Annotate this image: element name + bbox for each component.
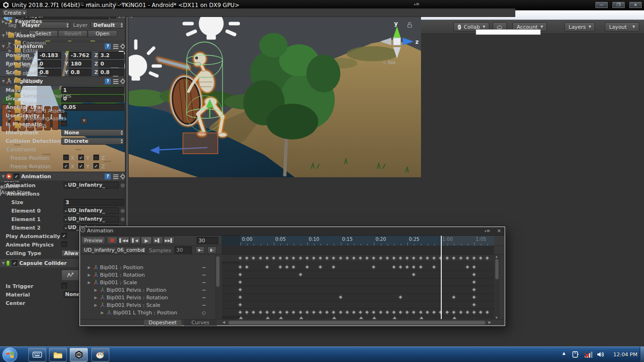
foldout-icon[interactable]: ▶ [94, 296, 97, 300]
keyframe-row-bip001-scale[interactable] [222, 279, 494, 286]
master-keyframe-row[interactable] [222, 255, 494, 262]
taskbar-keyboard-button[interactable] [28, 348, 46, 362]
remove-property-button[interactable]: − [202, 272, 206, 278]
project-item-toon-rts[interactable]: ▶Toon_RTS [8, 122, 47, 130]
anim-track-bip001-pelvis-position[interactable]: ▶ Bip001 Pelvis : Position − [80, 286, 214, 294]
foldout-icon[interactable]: ▶ [88, 280, 91, 285]
element-0-field[interactable]: ▸UD_infantry_ [64, 207, 119, 214]
rotation-x-field[interactable]: 0 [38, 60, 61, 67]
project-item-editor[interactable]: ▶Editor [8, 47, 38, 54]
preset-icon[interactable] [113, 43, 119, 49]
object-picker-icon[interactable]: ◎ [121, 182, 125, 188]
prev-key-button[interactable]: ▌◀ [130, 237, 140, 244]
project-item-plugins[interactable]: ▶Plugins [8, 77, 41, 84]
preset-icon[interactable] [113, 78, 119, 84]
taskbar-paint-button[interactable] [91, 348, 109, 362]
remove-property-button[interactable]: − [202, 264, 206, 271]
anim-track-bip001-pelvis-scale[interactable]: ▶ Bip001 Pelvis : Scale − [80, 301, 214, 309]
clip-dropdown[interactable]: UD_infantry_06_comba▲▼ [81, 247, 146, 254]
position-x-field[interactable]: -0.183 [38, 52, 61, 59]
foldout-icon[interactable]: ▶ [88, 273, 91, 277]
panel-menu-icon[interactable]: ▾≡ [120, 1, 125, 7]
freeze-pos-y-checkbox[interactable]: ✓ [78, 155, 84, 160]
tray-volume-icon[interactable] [597, 351, 605, 358]
rotation-y-field[interactable]: 180 [69, 60, 91, 67]
timeline-ruler[interactable]: 0:000:050:100:150:200:251:001:05 [222, 236, 494, 246]
play-automatically-checkbox[interactable]: ✓ [61, 233, 67, 239]
hscroll-right-arrow[interactable]: ▶ [488, 321, 491, 324]
freeze-rot-y-checkbox[interactable]: ✓ [78, 163, 84, 169]
hscroll-left-arrow[interactable]: ◀ [223, 321, 225, 324]
preview-button[interactable]: Preview [82, 237, 105, 244]
lock-icon[interactable]: ⚿ [114, 2, 117, 7]
tab-animation[interactable]: Animation [80, 227, 124, 235]
interpolate-dropdown[interactable]: None▲▼ [61, 129, 124, 136]
last-key-button[interactable]: ▶▶▌ [164, 237, 174, 244]
position-z-field[interactable]: 3.2 [99, 52, 124, 59]
scale-y-field[interactable]: 0.8 [69, 69, 91, 76]
animation-enabled-checkbox[interactable]: ✓ [14, 173, 19, 179]
tracks-scrollbar[interactable] [215, 255, 221, 319]
projection-mode-label[interactable]: ≡ Iso [383, 59, 396, 66]
panel-menu-icon[interactable]: ▾≡ [485, 228, 490, 233]
hscroll-thumb[interactable] [228, 321, 486, 325]
current-frame-field[interactable]: 30 [197, 237, 218, 244]
remove-property-button[interactable]: − [202, 287, 206, 293]
help-icon[interactable]: ? [105, 43, 111, 49]
project-item-samplesresources[interactable]: ▶SamplesResources [8, 92, 71, 99]
add-event-button[interactable]: ▮₊ [207, 247, 216, 254]
keyframe-row-bip001-pelvis-scale[interactable] [222, 301, 494, 309]
layer-dropdown[interactable]: Default▲▼ [91, 22, 124, 29]
animation-clip-field[interactable]: ▸UD_infantry_ [64, 182, 119, 189]
collision-detection-dropdown[interactable]: Discrete▲▼ [61, 138, 124, 145]
anim-track-bip001-pelvis-rotation[interactable]: ▶ Bip001 Pelvis : Rotation − [80, 294, 214, 301]
project-item-models[interactable]: ▶Models [8, 62, 41, 69]
keyframe-row-bip001-pelvis-position[interactable] [222, 286, 494, 294]
lock-icon[interactable] [406, 22, 413, 28]
anim-track-bip001-l-thigh-position[interactable]: ▶ Bip001 L Thigh : Position ◇ [80, 309, 214, 316]
remove-property-button[interactable]: − [202, 302, 206, 308]
samples-field[interactable]: 30 [174, 247, 192, 254]
project-scroll-down-arrow[interactable]: ▼ [81, 118, 88, 124]
project-item-common[interactable]: ▶Common [8, 39, 46, 47]
lock-icon[interactable]: ⚿ [80, 2, 83, 7]
freeze-pos-z-checkbox[interactable] [93, 155, 99, 160]
project-item-icon[interactable]: icon [8, 54, 33, 62]
project-item-resources[interactable]: Resources [8, 84, 49, 92]
taskbar-clock[interactable]: 12:04 PM [613, 347, 637, 362]
scale-z-field[interactable]: 0.8 [99, 69, 124, 76]
keyframe-row-bip001-l-thigh-position[interactable] [222, 309, 494, 316]
project-item-assets[interactable]: ▼Assets [2, 32, 35, 39]
record-button[interactable] [107, 237, 117, 244]
project-create-button[interactable]: Create▼ [2, 9, 27, 16]
panel-menu-icon[interactable]: ▾≡ [86, 1, 92, 7]
capsule-enabled-checkbox[interactable]: ✓ [12, 260, 17, 266]
foldout-icon[interactable]: ▶ [101, 311, 104, 315]
panel-menu-icon[interactable]: ▾≡ [414, 1, 420, 7]
next-key-button[interactable]: ▶▌ [152, 237, 163, 244]
foldout-icon[interactable]: ▶ [94, 303, 97, 307]
remove-property-button[interactable]: − [202, 295, 206, 301]
model-revert-button[interactable]: Revert [58, 30, 88, 37]
keyframe-row-bip001-pelvis-rotation[interactable] [222, 294, 494, 301]
freeze-pos-x-checkbox[interactable] [63, 155, 69, 160]
animation-header[interactable]: ▼ ▶ ✓ Animation ? [0, 172, 125, 181]
remove-property-button[interactable]: − [202, 280, 206, 286]
anim-play-button[interactable]: ▶ [141, 237, 152, 244]
first-key-button[interactable]: ▌◀◀ [118, 237, 129, 244]
taskbar-unity-button[interactable] [70, 348, 88, 362]
close-icon[interactable]: × [497, 228, 501, 234]
close-button[interactable]: × [629, 1, 642, 8]
help-icon[interactable]: ? [105, 173, 111, 180]
keyframe-row-bip001-rotation[interactable] [222, 271, 494, 279]
project-item-favorites[interactable]: ▶★Favorites [2, 17, 42, 25]
position-y-field[interactable]: -3.762 [69, 52, 91, 59]
layers-dropdown[interactable]: Layers▼ [564, 22, 595, 32]
taskbar-explorer-button[interactable] [49, 348, 67, 362]
dopesheet-vscrollbar[interactable]: ▲ ▼ [494, 255, 500, 319]
project-item-standard-assets[interactable]: ▶Standard Assets [8, 107, 65, 115]
minimize-button[interactable]: — [595, 1, 608, 8]
model-open-button[interactable]: Open [88, 30, 117, 37]
tab-curves[interactable]: Curves [184, 320, 217, 326]
tray-expand-icon[interactable]: ▲ [562, 351, 565, 355]
